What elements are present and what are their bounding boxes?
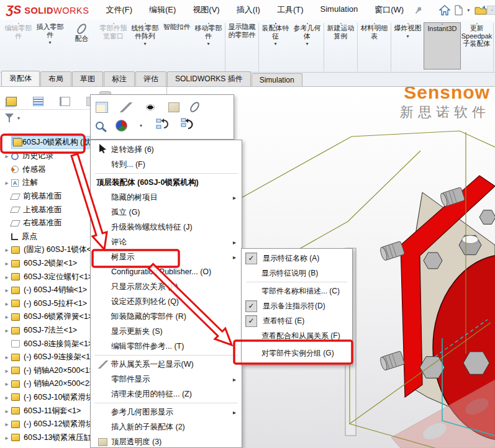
menubar-item-5[interactable]: Simulation bbox=[320, 3, 359, 17]
configurationmanager-tab-icon[interactable] bbox=[60, 97, 70, 106]
submenu-item-5[interactable]: 查看配合和从属关系 (F) bbox=[242, 328, 352, 343]
appearance-icon[interactable] bbox=[116, 120, 127, 132]
menubar-item-0[interactable]: 文件(F) bbox=[105, 3, 133, 17]
reload-components-icon[interactable] bbox=[181, 118, 194, 133]
menubar-item-6[interactable]: 窗口(W) bbox=[374, 3, 404, 17]
dropdown-caret-icon[interactable]: ▾ bbox=[467, 7, 470, 13]
tree-item-label: 注解 bbox=[22, 177, 38, 188]
expander-icon[interactable]: ▸ bbox=[2, 246, 11, 253]
ribbon-tab-4[interactable]: 评估 bbox=[135, 71, 166, 86]
open-icon[interactable] bbox=[474, 4, 488, 16]
expander-icon[interactable]: ▸ bbox=[2, 394, 11, 401]
context-menu-item-12[interactable]: 显示更新夹 (S) bbox=[91, 324, 242, 339]
expander-icon[interactable]: ▸ bbox=[2, 380, 11, 387]
mate-icon[interactable] bbox=[188, 101, 201, 114]
filter-dropdown-caret[interactable]: ▾ bbox=[17, 115, 20, 121]
context-menu-item-13[interactable]: 编辑零部件参考... (T) bbox=[91, 339, 242, 354]
expander-icon[interactable]: ▸ bbox=[2, 421, 11, 428]
filter-icon[interactable] bbox=[5, 114, 15, 123]
context-menu-item-18[interactable]: 插入新的子装配体 (2) bbox=[91, 419, 242, 434]
expander-icon[interactable]: ▸ bbox=[2, 179, 11, 186]
dropdown-caret-icon[interactable]: ▾ bbox=[306, 40, 308, 46]
expander-icon[interactable]: ▸ bbox=[2, 327, 11, 334]
ribbon-tab-6[interactable]: Simulation bbox=[252, 73, 302, 86]
dropdown-caret-icon[interactable]: ▾ bbox=[48, 39, 51, 45]
expander-icon[interactable]: ▸ bbox=[2, 408, 11, 414]
pin-icon[interactable] bbox=[414, 6, 424, 15]
submenu-item-4[interactable]: ✓查看特征 (E) bbox=[242, 313, 352, 328]
ribbon-button-11[interactable]: 材料明细表 bbox=[358, 22, 390, 46]
ribbon-button-9[interactable]: 参考几何体▾ bbox=[291, 22, 323, 46]
ribbon-button-8[interactable]: 装配体特征▾ bbox=[260, 22, 291, 46]
expander-icon[interactable]: ▸ bbox=[2, 367, 11, 374]
expander-icon[interactable]: ▸ bbox=[2, 354, 11, 361]
context-menu-item-14[interactable]: 带从属关系一起显示(W) bbox=[91, 357, 242, 372]
dropdown-caret-icon[interactable]: ▾ bbox=[274, 40, 276, 46]
context-menu-item-3[interactable]: 隐藏的树项目▸ bbox=[91, 190, 242, 205]
preview-window-icon[interactable] bbox=[96, 102, 108, 113]
expander-icon[interactable]: ▸ bbox=[2, 300, 11, 307]
context-menu-item-0[interactable]: 逆转选择 (6) bbox=[91, 142, 242, 157]
ribbon-button-12[interactable]: 爆炸视图▾ bbox=[392, 22, 424, 38]
dropdown-caret-icon[interactable]: ▾ bbox=[143, 40, 146, 46]
menubar-item-3[interactable]: 插入(I) bbox=[236, 3, 261, 17]
ribbon-button-13[interactable]: Instant3D bbox=[424, 22, 461, 69]
show-components-icon[interactable] bbox=[144, 102, 157, 112]
submenu-item-0[interactable]: ✓显示特征名称 (A) bbox=[242, 251, 352, 266]
ribbon-tab-2[interactable]: 草图 bbox=[72, 71, 103, 86]
context-menu-item-16[interactable]: 清理未使用的特征... (Z) bbox=[91, 387, 242, 401]
swap-components-icon[interactable] bbox=[156, 118, 169, 133]
ribbon-tab-1[interactable]: 布局 bbox=[40, 71, 71, 86]
expander-icon[interactable]: ▸ bbox=[2, 260, 11, 267]
checkmark-spacer bbox=[245, 348, 256, 359]
home-icon[interactable] bbox=[438, 4, 451, 16]
ribbon-tab-3[interactable]: 标注 bbox=[104, 71, 135, 86]
change-transparency-icon[interactable] bbox=[168, 102, 179, 112]
expander-icon[interactable]: ▸ bbox=[2, 153, 11, 159]
context-menu-item-11[interactable]: 卸装隐藏的零部件 (R) bbox=[91, 309, 242, 324]
new-document-icon[interactable] bbox=[453, 4, 464, 16]
ribbon-button-10[interactable]: 新建运动算例 bbox=[325, 22, 356, 46]
ribbon-button-7[interactable]: 显示隐藏的零部件 bbox=[226, 22, 258, 45]
context-menu-item-19[interactable]: 顶层透明度 (3) bbox=[91, 434, 242, 448]
context-menu-item-17[interactable]: 参考几何图形显示▸ bbox=[91, 405, 242, 419]
menubar-item-2[interactable]: 视图(V) bbox=[192, 3, 220, 17]
menubar-item-1[interactable]: 编辑(E) bbox=[148, 3, 176, 17]
submenu-item-1[interactable]: 显示特征说明 (B) bbox=[242, 266, 352, 280]
ribbon-tab-5[interactable]: SOLIDWORKS 插件 bbox=[167, 71, 251, 86]
propertymanager-tab-icon[interactable] bbox=[33, 97, 43, 106]
submenu-item-6[interactable]: 对零部件实例分组 (G) bbox=[242, 343, 352, 364]
expander-icon[interactable]: ▸ bbox=[2, 313, 11, 320]
ribbon-button-6[interactable]: 移动零部件▾ bbox=[193, 22, 224, 46]
menubar-item-4[interactable]: 工具(T) bbox=[276, 3, 304, 17]
ribbon-tab-0[interactable]: 装配体 bbox=[1, 71, 40, 86]
submenu-item-3[interactable]: ✓显示备注指示符(D) bbox=[242, 298, 352, 313]
context-menu-item-4[interactable]: 孤立 (G) bbox=[91, 205, 242, 220]
context-menu-item-7[interactable]: 树显示▸ bbox=[91, 249, 242, 264]
expander-icon[interactable]: ▸ bbox=[2, 287, 11, 293]
context-menu-item-1[interactable]: 转到... (F) bbox=[91, 157, 242, 172]
ribbon-button-4[interactable]: 线性零部件阵列▾ bbox=[129, 22, 161, 46]
submenu-item-2[interactable]: 零部件名称和描述... (C) bbox=[242, 284, 352, 298]
dropdown-caret-icon[interactable]: ▾ bbox=[406, 33, 409, 38]
hide-components-icon[interactable] bbox=[120, 102, 132, 112]
context-menu-item-5[interactable]: 升级装饰螺纹线特征 (J) bbox=[91, 220, 242, 235]
context-menu-item-8[interactable]: Configuration Publisher... (O) bbox=[91, 264, 242, 279]
dropdown-caret-icon[interactable]: ▾ bbox=[140, 123, 142, 128]
expander-icon[interactable]: ▸ bbox=[2, 274, 11, 280]
zoom-to-selection-icon[interactable] bbox=[96, 122, 104, 130]
tree-item-label: (固定) 60SJ-1锁体<1> bbox=[24, 244, 100, 255]
context-menu-item-9[interactable]: 只显示层次关系 (P) bbox=[91, 279, 242, 294]
context-menu-item-6[interactable]: 评论▸ bbox=[91, 235, 242, 249]
featuremanager-tab-icon[interactable] bbox=[6, 97, 17, 106]
ribbon-button-2[interactable]: 配合 bbox=[66, 22, 98, 49]
ribbon-button-5[interactable]: 智能扣件 bbox=[161, 22, 193, 37]
ribbon-button-14[interactable]: 更新Speedpak子装配体 bbox=[461, 22, 493, 54]
expander-icon[interactable]: ▸ bbox=[2, 434, 11, 441]
ribbon-button-1[interactable]: 插入零部件▾ bbox=[34, 22, 66, 45]
menu-item-label: 参考几何图形显示 bbox=[111, 407, 242, 418]
context-menu-item-10[interactable]: 设定还原到轻化 (Q) bbox=[91, 294, 242, 309]
dropdown-caret-icon[interactable]: ▾ bbox=[207, 40, 209, 46]
sensors-icon bbox=[11, 166, 19, 173]
context-menu-item-15[interactable]: 零部件显示▸ bbox=[91, 372, 242, 387]
